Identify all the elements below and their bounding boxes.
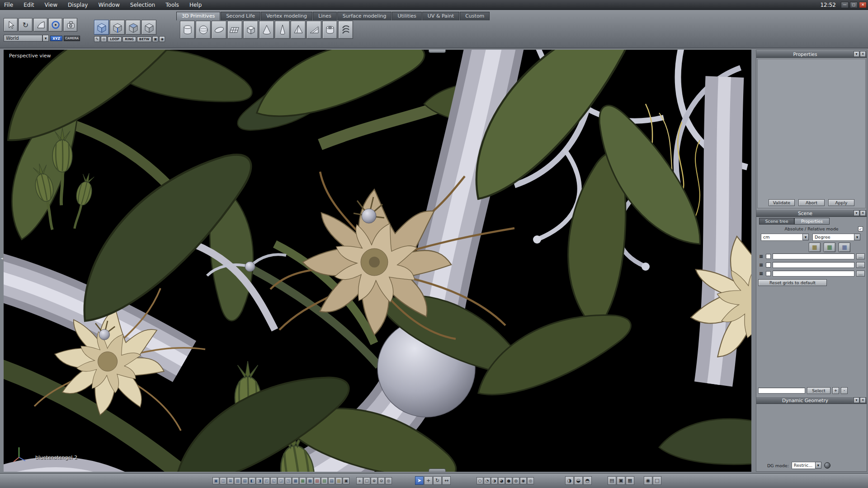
pan-icon[interactable]: + <box>356 477 363 484</box>
close-icon[interactable]: ✕ <box>860 51 866 57</box>
grid-plane-yz-button[interactable]: ▦ <box>824 243 835 252</box>
validate-button[interactable]: Validate <box>769 199 795 206</box>
tab-scene-properties[interactable]: Properties <box>794 218 830 225</box>
zoom-in-icon[interactable]: ⊕ <box>371 477 377 484</box>
tab-utilities[interactable]: Utilities <box>392 12 421 20</box>
layout-icon[interactable]: ◨ <box>256 477 263 484</box>
apply-button[interactable]: Apply <box>828 199 854 206</box>
dynamic-geometry-header[interactable]: Dynamic Geometry ▾ ✕ <box>756 396 867 404</box>
loop-button[interactable]: LOOP <box>108 37 122 42</box>
shading-xray-icon[interactable]: ◎ <box>527 477 534 484</box>
grid-row-2-checkbox[interactable] <box>766 263 771 267</box>
select-points-button[interactable] <box>94 20 109 35</box>
camera-toggle-button[interactable]: CAMERA <box>64 36 80 41</box>
tab-vertex-modeling[interactable]: Vertex modeling <box>261 12 312 20</box>
menu-view[interactable]: View <box>41 0 61 10</box>
collapse-icon[interactable]: ▾ <box>854 210 859 216</box>
primitive-spring-button[interactable] <box>338 21 353 39</box>
menu-help[interactable]: Help <box>185 0 206 10</box>
primitive-pyramid-button[interactable] <box>291 21 306 39</box>
tab-uv-paint[interactable]: UV & Paint <box>422 12 459 20</box>
light-icon[interactable]: ◓ <box>583 476 592 485</box>
angle-dropdown[interactable]: Degree ▼ <box>812 234 860 241</box>
light-icon[interactable]: ◑ <box>565 476 574 485</box>
select-next-button[interactable]: - <box>841 387 848 394</box>
select-edges-button[interactable] <box>110 20 125 35</box>
between-button[interactable]: BETW <box>137 37 152 42</box>
tab-lines[interactable]: Lines <box>313 12 337 20</box>
grid-row-2-browse-button[interactable]: ... <box>856 262 865 268</box>
menu-selection[interactable]: Selection <box>126 0 159 10</box>
grid-row-2-input[interactable] <box>773 262 854 268</box>
menu-edit[interactable]: Edit <box>19 0 38 10</box>
light-icon[interactable]: ◒ <box>574 476 583 485</box>
3d-scene-canvas[interactable] <box>4 50 751 472</box>
menu-file[interactable]: File <box>0 0 17 10</box>
primitive-cone-button[interactable] <box>259 21 274 39</box>
viewport-splitter-top[interactable] <box>429 50 446 53</box>
shading-material-icon[interactable]: ◉ <box>520 477 527 484</box>
paint-grid-icon[interactable]: ▥ <box>335 477 342 484</box>
layout-icon[interactable]: ◳ <box>285 477 292 484</box>
layout-icon[interactable]: ⊞ <box>227 477 234 484</box>
layout-icon[interactable]: ◧ <box>249 477 255 484</box>
viewport[interactable]: Perspective view bluetenstengel 2 <box>4 50 751 472</box>
paint-grid-icon[interactable]: ▣ <box>343 477 349 484</box>
select-button[interactable]: Select <box>807 387 830 394</box>
primitive-grid-button[interactable] <box>227 21 242 39</box>
move-axis-icon[interactable]: + <box>424 476 433 485</box>
primitive-disc-button[interactable] <box>212 21 226 39</box>
tab-3d-primitives[interactable]: 3D Primitives <box>176 12 220 20</box>
render-icon[interactable]: ◉ <box>644 476 652 485</box>
shading-flat-icon[interactable]: ◑ <box>491 477 498 484</box>
select-tool-button[interactable] <box>4 18 18 32</box>
layout-icon[interactable]: ◱ <box>270 477 277 484</box>
chevron-down-icon[interactable]: ▼ <box>802 234 809 240</box>
menu-window[interactable]: Window <box>94 0 123 10</box>
paint-grid-icon[interactable]: ▨ <box>314 477 321 484</box>
unit-dropdown[interactable]: cm ▼ <box>761 234 809 241</box>
absolute-relative-checkbox[interactable]: ✓ <box>858 226 863 231</box>
primitive-narrow-cone-button[interactable] <box>275 21 290 39</box>
scale-view-icon[interactable]: ↔ <box>442 476 451 485</box>
select-prev-button[interactable]: + <box>832 387 839 394</box>
rotate-view-icon[interactable]: ↻ <box>433 476 442 485</box>
maximize-button[interactable]: □ <box>850 2 858 8</box>
chevron-down-icon[interactable]: ▼ <box>815 462 821 469</box>
primitive-tube-button[interactable] <box>322 21 337 39</box>
panel-collapse-handle[interactable]: ◄ <box>0 254 4 263</box>
primitive-sphere-button[interactable] <box>196 21 211 39</box>
layout-icon[interactable]: ◫ <box>220 477 226 484</box>
close-icon[interactable]: ✕ <box>860 210 866 216</box>
grid-plane-xy-button[interactable]: ▦ <box>809 243 821 252</box>
manipulator-tool-button[interactable] <box>48 18 62 32</box>
select-object-button[interactable] <box>142 20 156 35</box>
paint-grid-icon[interactable]: ▩ <box>307 477 313 484</box>
xyz-toggle-button[interactable]: XYZ <box>50 36 62 41</box>
tab-custom[interactable]: Custom <box>460 12 490 20</box>
dg-sphere-button[interactable] <box>824 462 830 469</box>
viewport-splitter-bottom[interactable] <box>429 469 446 472</box>
close-icon[interactable]: ✕ <box>860 397 866 403</box>
tab-surface-modeling[interactable]: Surface modeling <box>337 12 392 20</box>
pencil-icon[interactable]: ✎ <box>94 36 100 42</box>
tab-second-life[interactable]: Second Life <box>221 12 260 20</box>
object-display-icon[interactable]: ▦ <box>626 476 634 485</box>
snapshot-icon[interactable]: □ <box>653 476 661 485</box>
reset-grids-button[interactable]: Reset grids to default <box>758 279 827 286</box>
properties-panel-header[interactable]: Properties ▾ ✕ <box>756 50 867 58</box>
shading-shaded-icon[interactable]: ● <box>505 477 512 484</box>
close-button[interactable]: ✕ <box>859 2 867 8</box>
chevron-down-icon[interactable]: ▼ <box>854 234 860 240</box>
ring-button[interactable]: RING <box>123 37 136 42</box>
shading-smooth-icon[interactable]: ◕ <box>498 477 505 484</box>
shading-textured-icon[interactable]: ◍ <box>513 477 519 484</box>
grid-row-3-checkbox[interactable] <box>766 271 771 276</box>
paint-grid-icon[interactable]: ▧ <box>321 477 328 484</box>
chevron-down-icon[interactable]: ▼ <box>42 35 49 42</box>
grid-row-3-browse-button[interactable]: ... <box>856 271 865 277</box>
abort-button[interactable]: Abort <box>798 199 825 206</box>
scene-panel-header[interactable]: Scene ▾ ✕ <box>756 209 867 217</box>
zoom-out-icon[interactable]: ⊖ <box>378 477 385 484</box>
box-dot-icon[interactable]: ▣ <box>152 36 158 42</box>
